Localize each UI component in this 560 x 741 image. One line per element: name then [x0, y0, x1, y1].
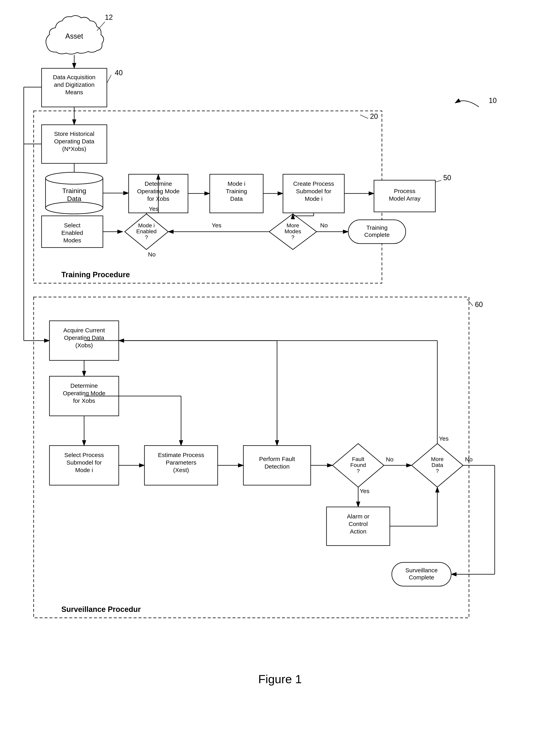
alarm-text2: Control	[349, 521, 368, 527]
cps-text3: Mode i	[305, 195, 323, 202]
flowchart-svg: 12 Asset Data Acquisition and Digitizati…	[0, 0, 560, 741]
cps-text2: Submodel for	[296, 188, 331, 194]
ff-text2: Found	[350, 462, 366, 468]
data-acquisition-text1: Data Acquisition	[53, 74, 95, 80]
no-label-md: No	[465, 456, 473, 463]
svg-line-4	[360, 115, 368, 118]
store-hist-text1: Store Historical	[54, 131, 94, 137]
dom2-text1: Determine	[70, 382, 98, 389]
sem-text2: Enabled	[61, 229, 83, 236]
training-data-text2: Data	[67, 195, 81, 202]
cps-text1: Create Process	[293, 181, 334, 187]
mie-text1: Mode i	[138, 222, 155, 228]
md-text1: More	[431, 456, 444, 462]
mode-i-train-text3: Data	[230, 195, 243, 202]
data-acquisition-text2: and Digitization	[54, 81, 94, 88]
figure-caption: Figure 1	[258, 672, 302, 686]
epp-text2: Parameters	[166, 459, 196, 466]
no-label-mm: No	[320, 222, 328, 228]
ref-10-arrow	[455, 101, 479, 107]
sc-text1: Surveillance	[405, 567, 437, 574]
alarm-text3: Action	[350, 528, 366, 535]
training-procedure-label: Training Procedure	[61, 270, 130, 279]
sem-text3: Modes	[63, 237, 81, 244]
dom2-text2: Operating Mode	[63, 390, 105, 396]
no-label-mie: No	[148, 251, 156, 258]
surveillance-procedure-label: Surveillance Procedur	[61, 605, 141, 613]
sps-text2: Submodel for	[67, 459, 102, 466]
pma-text1: Process	[394, 188, 415, 194]
ref-12-label: 12	[105, 13, 113, 21]
ac-text3: (Xobs)	[75, 342, 93, 348]
md-text3: ?	[436, 468, 439, 474]
asset-label: Asset	[65, 32, 83, 40]
tc-text2: Complete	[364, 231, 390, 238]
epp-text1: Estimate Process	[158, 452, 204, 458]
no-label-ff: No	[386, 456, 393, 463]
ff-text3: ?	[356, 468, 360, 474]
yes-label-ff: Yes	[360, 488, 370, 494]
ref-60-label: 60	[475, 300, 483, 309]
store-hist-text2: Operating Data	[54, 138, 94, 145]
ac-text1: Acquire Current	[63, 327, 105, 333]
data-acquisition-text3: Means	[65, 89, 83, 95]
pma-text2: Model Array	[389, 195, 420, 202]
store-hist-text3: (N*Xobs)	[62, 145, 86, 152]
mm-text2: Modes	[285, 228, 301, 234]
training-data-text1: Training	[62, 187, 86, 194]
dom2-text3: for Xobs	[73, 397, 95, 404]
sps-text3: Mode i	[75, 467, 93, 473]
md-text2: Data	[431, 462, 443, 468]
ac-text2: Operating Data	[64, 334, 104, 341]
pfd-text2: Detection	[264, 463, 290, 470]
diagram-container: 12 Asset Data Acquisition and Digitizati…	[0, 0, 560, 741]
pfd-text1: Perform Fault	[259, 456, 295, 462]
ref-20-label: 20	[370, 112, 378, 120]
svg-line-6	[467, 299, 473, 306]
mm-text3: ?	[291, 234, 295, 241]
sem-text1: Select	[64, 222, 81, 228]
epp-text3: (Xest)	[173, 467, 189, 473]
ref-40-label: 40	[115, 69, 123, 77]
mie-text3: ?	[145, 234, 148, 241]
yes-label-mie: Yes	[149, 206, 159, 212]
ref-10-label: 10	[489, 96, 497, 105]
sc-text2: Complete	[409, 574, 434, 581]
mode-i-train-text1: Mode i	[228, 181, 245, 187]
alarm-text1: Alarm or	[347, 513, 369, 520]
training-data-cylinder-bottom	[46, 202, 103, 214]
yes-label-md: Yes	[439, 435, 449, 442]
mode-i-train-text2: Training	[226, 188, 247, 194]
yes-label-mm: Yes	[212, 222, 222, 228]
tc-text1: Training	[366, 224, 388, 231]
ref-50-label: 50	[443, 174, 451, 182]
ff-text1: Fault	[352, 456, 364, 462]
svg-line-3	[107, 75, 111, 83]
mie-text2: Enabled	[136, 228, 157, 234]
sps-text1: Select Process	[64, 452, 104, 458]
svg-line-5	[435, 180, 441, 182]
training-data-cylinder-top	[46, 172, 103, 184]
svg-line-2	[97, 22, 105, 31]
mm-text1: More	[287, 222, 299, 228]
